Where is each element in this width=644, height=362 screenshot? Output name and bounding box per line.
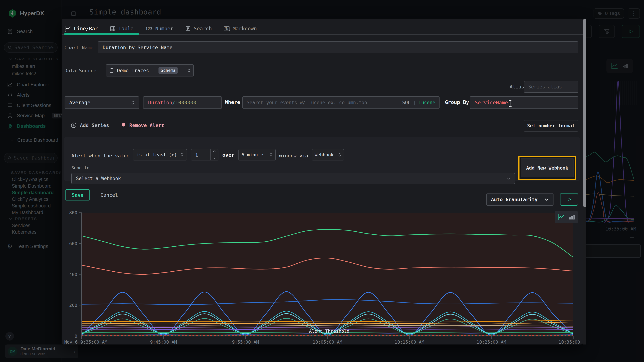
lucene-toggle[interactable]: Lucene (418, 100, 435, 105)
active-tab-underline (64, 33, 139, 35)
chevron-down-icon (507, 178, 510, 180)
group-by-label: Group By (445, 99, 469, 105)
field-expression-input[interactable]: Duration/1000000 (143, 96, 222, 109)
svg-text:Nov 6 9:35:00 AM: Nov 6 9:35:00 AM (64, 340, 107, 345)
alias-input[interactable]: Series alias (524, 81, 578, 93)
alias-label: Alias (510, 84, 524, 90)
svg-text:10:35:00 AM: 10:35:00 AM (558, 340, 583, 345)
add-new-webhook-button[interactable]: Add New Webhook (521, 159, 574, 178)
svg-text:10:15:00 AM: 10:15:00 AM (395, 340, 424, 345)
modal-scrollbar[interactable] (583, 18, 586, 345)
bar-chart-icon (569, 214, 575, 220)
database-icon (109, 68, 114, 73)
list-box-icon (185, 26, 191, 31)
set-number-format-button[interactable]: Set number format (524, 120, 578, 132)
where-search-input[interactable]: Search your events w/ Lucene ex. column:… (242, 96, 440, 109)
circle-plus-icon (71, 122, 77, 128)
alert-threshold-input[interactable]: 1 (191, 149, 218, 161)
editor-tabs: Line/Bar Table 123 Number Search M↓ Mark… (64, 23, 257, 34)
svg-text:200: 200 (69, 303, 77, 308)
svg-text:9:45:00 AM: 9:45:00 AM (150, 340, 177, 345)
select-chevrons-icon (187, 68, 190, 72)
divider (64, 86, 508, 86)
select-chevrons-icon (180, 153, 183, 157)
svg-text:0: 0 (74, 334, 77, 339)
chart-editor-modal: Line/Bar Table 123 Number Search M↓ Mark… (62, 18, 583, 345)
alert-prefix-label: Alert when the value (72, 153, 130, 159)
add-series-button[interactable]: Add Series (71, 122, 109, 128)
tab-markdown[interactable]: M↓ Markdown (224, 26, 257, 32)
tab-table[interactable]: Table (110, 26, 134, 32)
alert-config-panel: Alert when the value is at least (≥) 1 o… (64, 137, 580, 181)
svg-text:9:55:00 AM: 9:55:00 AM (232, 340, 259, 345)
table-icon (110, 26, 116, 31)
webhook-select[interactable]: Select a Webhook (72, 173, 515, 184)
markdown-icon: M↓ (224, 26, 230, 31)
add-webhook-highlight: Add New Webhook (518, 156, 576, 180)
svg-text:600: 600 (69, 241, 77, 246)
svg-text:10:25:00 AM: 10:25:00 AM (476, 340, 506, 345)
number-stepper[interactable] (210, 149, 218, 160)
send-to-label: Send to (72, 166, 90, 171)
remove-alert-button[interactable]: Remove Alert (121, 122, 164, 128)
line-chart-icon (558, 214, 565, 220)
preview-chart: 0200400600800Nov 6 9:35:00 AM9:45:00 AM9… (62, 204, 583, 345)
chevron-down-icon (544, 198, 549, 201)
data-source-label: Data Source (64, 68, 96, 73)
aggregation-select[interactable]: Average (64, 96, 139, 109)
chart-name-label: Chart Name (64, 45, 94, 50)
data-source-select[interactable]: Demo Traces Schema (106, 64, 194, 76)
svg-text:10:05:00 AM: 10:05:00 AM (313, 340, 342, 345)
sql-toggle[interactable]: SQL (402, 100, 410, 105)
stepper-down-icon (213, 158, 216, 159)
tab-search[interactable]: Search (185, 26, 212, 32)
text-cursor (508, 99, 513, 108)
number-123-icon: 123 (145, 26, 152, 31)
chart-name-input[interactable]: Duration by Service Name (98, 41, 578, 53)
tab-number[interactable]: 123 Number (145, 26, 173, 32)
save-button[interactable]: Save (66, 189, 90, 200)
tabbar-border (62, 34, 583, 35)
select-chevrons-icon (131, 101, 134, 105)
over-label: over (222, 152, 234, 158)
select-chevrons-icon (270, 153, 272, 157)
group-by-input[interactable]: ServiceName (470, 96, 578, 109)
tab-line-bar[interactable]: Line/Bar (64, 25, 98, 32)
svg-text:800: 800 (69, 210, 77, 215)
alert-channel-select[interactable]: Webhook (312, 149, 344, 161)
alert-condition-select[interactable]: is at least (≥) (133, 149, 187, 161)
bell-icon (121, 122, 126, 128)
select-chevrons-icon (338, 153, 341, 157)
svg-text:Alert Threshold: Alert Threshold (309, 329, 350, 334)
schema-badge: Schema (158, 67, 178, 74)
app-root: HyperDX Search Saved Searches SAVED SEAR… (0, 0, 644, 362)
play-icon (567, 197, 571, 202)
svg-text:400: 400 (69, 272, 77, 277)
line-chart-icon (64, 25, 71, 32)
cancel-button[interactable]: Cancel (100, 192, 118, 198)
stepper-up-icon (213, 151, 216, 152)
alert-window-select[interactable]: 5 minute (238, 149, 276, 161)
where-label: Where (225, 99, 240, 105)
window-via-label: window via (279, 153, 308, 159)
granularity-select[interactable]: Auto Granularity (486, 193, 554, 206)
run-chart-button[interactable] (560, 193, 578, 206)
chart-type-toggle[interactable] (555, 211, 578, 223)
scrollbar-thumb[interactable] (583, 18, 586, 207)
